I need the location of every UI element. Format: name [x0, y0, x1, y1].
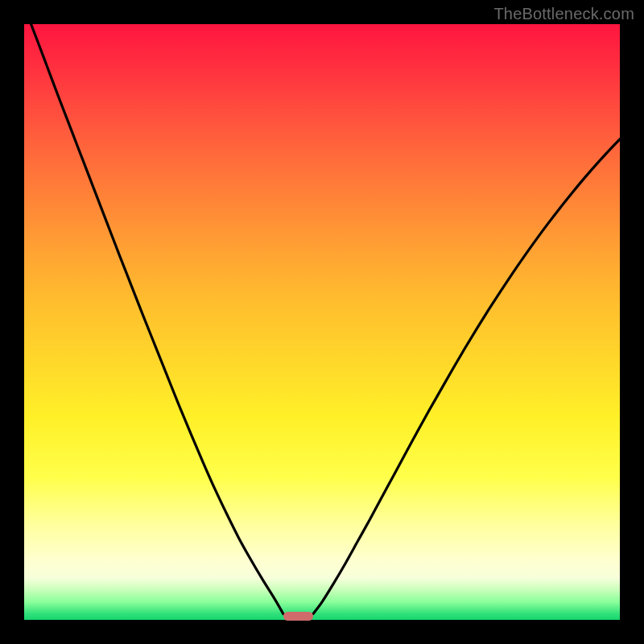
watermark-text: TheBottleneck.com — [493, 5, 634, 23]
curve-layer — [24, 24, 620, 620]
chart-frame: TheBottleneck.com — [0, 0, 644, 644]
left-curve — [24, 24, 283, 614]
right-curve — [313, 139, 620, 614]
bottleneck-marker — [283, 612, 313, 621]
